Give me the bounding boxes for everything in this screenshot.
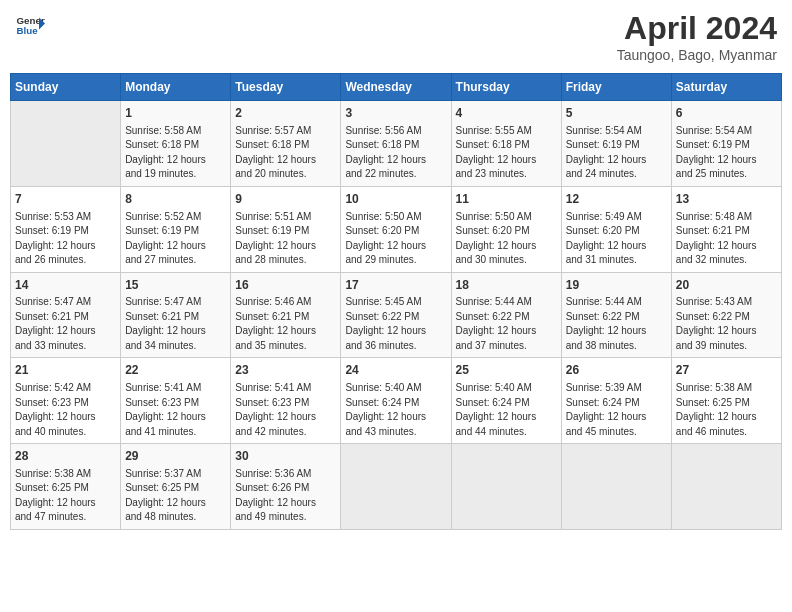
day-info: Sunrise: 5:47 AMSunset: 6:21 PMDaylight:… — [15, 295, 116, 353]
col-header-tuesday: Tuesday — [231, 74, 341, 101]
col-header-sunday: Sunday — [11, 74, 121, 101]
day-info: Sunrise: 5:43 AMSunset: 6:22 PMDaylight:… — [676, 295, 777, 353]
day-info: Sunrise: 5:41 AMSunset: 6:23 PMDaylight:… — [125, 381, 226, 439]
day-number: 23 — [235, 362, 336, 379]
day-info: Sunrise: 5:51 AMSunset: 6:19 PMDaylight:… — [235, 210, 336, 268]
day-number: 15 — [125, 277, 226, 294]
subtitle: Taungoo, Bago, Myanmar — [617, 47, 777, 63]
calendar-table: SundayMondayTuesdayWednesdayThursdayFrid… — [10, 73, 782, 530]
day-info: Sunrise: 5:53 AMSunset: 6:19 PMDaylight:… — [15, 210, 116, 268]
page-header: General Blue April 2024 Taungoo, Bago, M… — [10, 10, 782, 63]
day-info: Sunrise: 5:44 AMSunset: 6:22 PMDaylight:… — [456, 295, 557, 353]
calendar-cell: 27Sunrise: 5:38 AMSunset: 6:25 PMDayligh… — [671, 358, 781, 444]
calendar-cell: 25Sunrise: 5:40 AMSunset: 6:24 PMDayligh… — [451, 358, 561, 444]
day-info: Sunrise: 5:41 AMSunset: 6:23 PMDaylight:… — [235, 381, 336, 439]
calendar-cell: 29Sunrise: 5:37 AMSunset: 6:25 PMDayligh… — [121, 444, 231, 530]
calendar-cell: 12Sunrise: 5:49 AMSunset: 6:20 PMDayligh… — [561, 186, 671, 272]
week-row-4: 21Sunrise: 5:42 AMSunset: 6:23 PMDayligh… — [11, 358, 782, 444]
main-title: April 2024 — [617, 10, 777, 47]
svg-text:Blue: Blue — [17, 25, 39, 36]
calendar-cell: 18Sunrise: 5:44 AMSunset: 6:22 PMDayligh… — [451, 272, 561, 358]
day-number: 28 — [15, 448, 116, 465]
day-number: 17 — [345, 277, 446, 294]
day-number: 16 — [235, 277, 336, 294]
day-number: 26 — [566, 362, 667, 379]
day-info: Sunrise: 5:40 AMSunset: 6:24 PMDaylight:… — [456, 381, 557, 439]
week-row-1: 1Sunrise: 5:58 AMSunset: 6:18 PMDaylight… — [11, 101, 782, 187]
day-info: Sunrise: 5:48 AMSunset: 6:21 PMDaylight:… — [676, 210, 777, 268]
calendar-cell: 22Sunrise: 5:41 AMSunset: 6:23 PMDayligh… — [121, 358, 231, 444]
calendar-cell: 23Sunrise: 5:41 AMSunset: 6:23 PMDayligh… — [231, 358, 341, 444]
col-header-thursday: Thursday — [451, 74, 561, 101]
day-info: Sunrise: 5:50 AMSunset: 6:20 PMDaylight:… — [456, 210, 557, 268]
day-number: 22 — [125, 362, 226, 379]
day-number: 27 — [676, 362, 777, 379]
calendar-cell — [451, 444, 561, 530]
day-number: 20 — [676, 277, 777, 294]
calendar-header-row: SundayMondayTuesdayWednesdayThursdayFrid… — [11, 74, 782, 101]
day-number: 6 — [676, 105, 777, 122]
day-number: 8 — [125, 191, 226, 208]
day-info: Sunrise: 5:50 AMSunset: 6:20 PMDaylight:… — [345, 210, 446, 268]
calendar-cell: 14Sunrise: 5:47 AMSunset: 6:21 PMDayligh… — [11, 272, 121, 358]
day-info: Sunrise: 5:55 AMSunset: 6:18 PMDaylight:… — [456, 124, 557, 182]
calendar-cell: 13Sunrise: 5:48 AMSunset: 6:21 PMDayligh… — [671, 186, 781, 272]
day-info: Sunrise: 5:38 AMSunset: 6:25 PMDaylight:… — [676, 381, 777, 439]
calendar-cell: 2Sunrise: 5:57 AMSunset: 6:18 PMDaylight… — [231, 101, 341, 187]
week-row-3: 14Sunrise: 5:47 AMSunset: 6:21 PMDayligh… — [11, 272, 782, 358]
day-info: Sunrise: 5:46 AMSunset: 6:21 PMDaylight:… — [235, 295, 336, 353]
day-number: 1 — [125, 105, 226, 122]
day-info: Sunrise: 5:52 AMSunset: 6:19 PMDaylight:… — [125, 210, 226, 268]
calendar-cell: 3Sunrise: 5:56 AMSunset: 6:18 PMDaylight… — [341, 101, 451, 187]
calendar-cell: 30Sunrise: 5:36 AMSunset: 6:26 PMDayligh… — [231, 444, 341, 530]
day-number: 4 — [456, 105, 557, 122]
week-row-2: 7Sunrise: 5:53 AMSunset: 6:19 PMDaylight… — [11, 186, 782, 272]
day-number: 12 — [566, 191, 667, 208]
day-number: 10 — [345, 191, 446, 208]
calendar-cell — [341, 444, 451, 530]
day-number: 9 — [235, 191, 336, 208]
day-number: 2 — [235, 105, 336, 122]
col-header-monday: Monday — [121, 74, 231, 101]
col-header-saturday: Saturday — [671, 74, 781, 101]
calendar-cell: 20Sunrise: 5:43 AMSunset: 6:22 PMDayligh… — [671, 272, 781, 358]
week-row-5: 28Sunrise: 5:38 AMSunset: 6:25 PMDayligh… — [11, 444, 782, 530]
day-info: Sunrise: 5:45 AMSunset: 6:22 PMDaylight:… — [345, 295, 446, 353]
day-info: Sunrise: 5:47 AMSunset: 6:21 PMDaylight:… — [125, 295, 226, 353]
logo-icon: General Blue — [15, 10, 45, 40]
day-info: Sunrise: 5:57 AMSunset: 6:18 PMDaylight:… — [235, 124, 336, 182]
day-number: 19 — [566, 277, 667, 294]
calendar-cell: 11Sunrise: 5:50 AMSunset: 6:20 PMDayligh… — [451, 186, 561, 272]
day-info: Sunrise: 5:40 AMSunset: 6:24 PMDaylight:… — [345, 381, 446, 439]
day-info: Sunrise: 5:49 AMSunset: 6:20 PMDaylight:… — [566, 210, 667, 268]
calendar-cell: 1Sunrise: 5:58 AMSunset: 6:18 PMDaylight… — [121, 101, 231, 187]
calendar-cell: 28Sunrise: 5:38 AMSunset: 6:25 PMDayligh… — [11, 444, 121, 530]
day-number: 3 — [345, 105, 446, 122]
calendar-cell: 21Sunrise: 5:42 AMSunset: 6:23 PMDayligh… — [11, 358, 121, 444]
day-number: 13 — [676, 191, 777, 208]
day-info: Sunrise: 5:42 AMSunset: 6:23 PMDaylight:… — [15, 381, 116, 439]
col-header-friday: Friday — [561, 74, 671, 101]
day-number: 11 — [456, 191, 557, 208]
calendar-cell: 15Sunrise: 5:47 AMSunset: 6:21 PMDayligh… — [121, 272, 231, 358]
calendar-cell: 10Sunrise: 5:50 AMSunset: 6:20 PMDayligh… — [341, 186, 451, 272]
day-number: 21 — [15, 362, 116, 379]
col-header-wednesday: Wednesday — [341, 74, 451, 101]
logo: General Blue — [15, 10, 45, 40]
calendar-cell: 9Sunrise: 5:51 AMSunset: 6:19 PMDaylight… — [231, 186, 341, 272]
day-info: Sunrise: 5:58 AMSunset: 6:18 PMDaylight:… — [125, 124, 226, 182]
day-number: 18 — [456, 277, 557, 294]
day-info: Sunrise: 5:36 AMSunset: 6:26 PMDaylight:… — [235, 467, 336, 525]
day-number: 29 — [125, 448, 226, 465]
calendar-cell: 5Sunrise: 5:54 AMSunset: 6:19 PMDaylight… — [561, 101, 671, 187]
calendar-cell: 4Sunrise: 5:55 AMSunset: 6:18 PMDaylight… — [451, 101, 561, 187]
calendar-cell: 7Sunrise: 5:53 AMSunset: 6:19 PMDaylight… — [11, 186, 121, 272]
day-info: Sunrise: 5:37 AMSunset: 6:25 PMDaylight:… — [125, 467, 226, 525]
day-number: 30 — [235, 448, 336, 465]
calendar-cell — [561, 444, 671, 530]
calendar-cell — [671, 444, 781, 530]
calendar-cell: 19Sunrise: 5:44 AMSunset: 6:22 PMDayligh… — [561, 272, 671, 358]
day-info: Sunrise: 5:38 AMSunset: 6:25 PMDaylight:… — [15, 467, 116, 525]
title-block: April 2024 Taungoo, Bago, Myanmar — [617, 10, 777, 63]
day-number: 14 — [15, 277, 116, 294]
